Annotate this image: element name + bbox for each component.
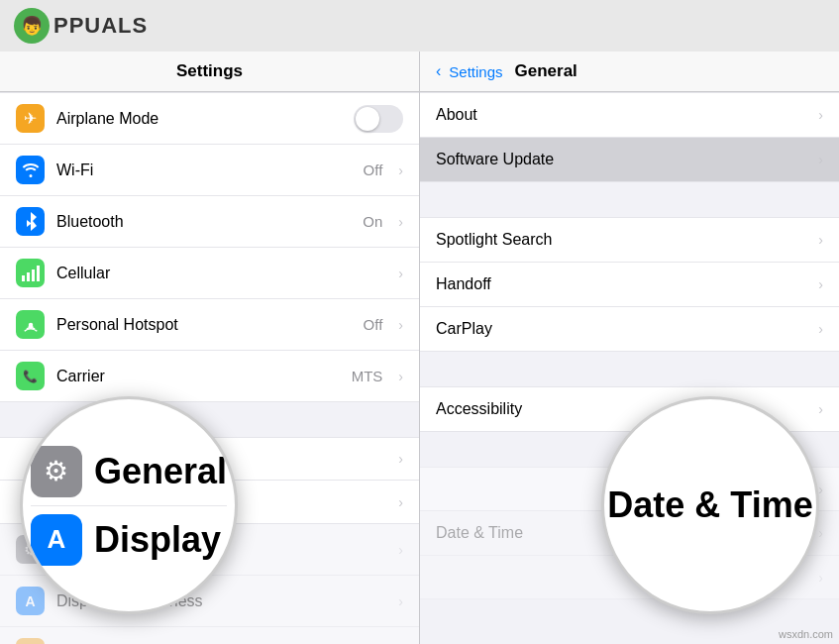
zoom-content-left: ⚙ General A Display xyxy=(20,446,238,566)
about-chevron: › xyxy=(818,107,823,123)
svg-rect-3 xyxy=(37,266,40,281)
logo-icon: 👦 xyxy=(14,8,50,44)
software-update-label: Software Update xyxy=(436,151,554,168)
settings-item-wifi[interactable]: Wi-Fi Off › xyxy=(0,145,419,196)
svg-rect-1 xyxy=(27,272,30,281)
airplane-toggle[interactable] xyxy=(354,105,403,133)
blank2-chevron: › xyxy=(398,494,403,510)
zoom-circle-left: ⚙ General A Display xyxy=(20,396,238,614)
wifi-icon xyxy=(16,156,45,184)
settings-item-cellular[interactable]: Cellular › xyxy=(0,248,419,299)
display-chevron: › xyxy=(398,593,403,609)
spotlight-chevron: › xyxy=(818,232,823,248)
zoom-datetime-label: Date & Time xyxy=(607,484,812,526)
right-panel-title: General xyxy=(515,61,577,81)
panel-right: ‹ Settings General About › Software Upda… xyxy=(420,52,839,644)
blank4-chevron: › xyxy=(818,570,823,586)
handoff-label: Handoff xyxy=(436,275,491,293)
logo-bar: 👦 PPUALS xyxy=(0,0,839,52)
cellular-label: Cellular xyxy=(56,265,386,282)
cellular-chevron: › xyxy=(398,266,403,281)
zoom-display-label: Display xyxy=(94,519,221,561)
bluetooth-icon xyxy=(16,207,45,236)
datetime-chevron: › xyxy=(818,525,823,541)
blank3-chevron: › xyxy=(818,482,823,497)
about-label: About xyxy=(436,106,477,124)
wifi-value: Off xyxy=(364,161,383,178)
zoom-general-label: General xyxy=(94,451,227,492)
panels: Settings ✈ Airplane Mode Wi-Fi xyxy=(0,52,839,644)
wifi-chevron: › xyxy=(398,162,403,178)
bluetooth-chevron: › xyxy=(398,214,403,230)
zoom-divider xyxy=(31,505,227,506)
general-item-carplay[interactable]: CarPlay › xyxy=(420,307,839,352)
general-item-about[interactable]: About › xyxy=(420,92,839,138)
airplane-icon: ✈ xyxy=(16,104,45,133)
settings-item-airplane[interactable]: ✈ Airplane Mode xyxy=(0,92,419,145)
watermark: wsxdn.com xyxy=(779,628,833,640)
accessibility-chevron: › xyxy=(818,401,823,417)
accessibility-label: Accessibility xyxy=(436,400,522,418)
back-label[interactable]: Settings xyxy=(449,63,502,80)
right-panel-header: ‹ Settings General xyxy=(420,52,839,92)
settings-item-sounds[interactable]: 🔔 Sounds › xyxy=(0,627,419,644)
airplane-label: Airplane Mode xyxy=(56,110,342,128)
svg-rect-0 xyxy=(22,275,25,281)
general-group-2: Spotlight Search › Handoff › CarPlay › xyxy=(420,217,839,352)
bluetooth-value: On xyxy=(363,213,382,230)
wifi-label: Wi-Fi xyxy=(56,161,352,179)
zoom-gear-icon: ⚙ xyxy=(31,446,82,497)
toggle-knob xyxy=(356,107,379,131)
back-arrow-icon: ‹ xyxy=(436,62,441,80)
left-panel-header: Settings xyxy=(0,52,419,92)
cellular-icon xyxy=(16,259,45,287)
software-update-chevron: › xyxy=(818,152,823,167)
carplay-label: CarPlay xyxy=(436,320,492,338)
general-settings-chevron: › xyxy=(398,542,403,558)
zoom-display-row: A Display xyxy=(31,514,221,566)
carrier-icon: 📞 xyxy=(16,362,45,390)
blank1-chevron: › xyxy=(398,451,403,467)
bluetooth-label: Bluetooth xyxy=(56,213,351,231)
sounds-icon: 🔔 xyxy=(16,638,45,644)
hotspot-label: Personal Hotspot xyxy=(56,316,352,334)
general-item-software-update[interactable]: Software Update › xyxy=(420,138,839,182)
svg-rect-2 xyxy=(32,269,35,281)
general-item-handoff[interactable]: Handoff › xyxy=(420,263,839,307)
general-item-spotlight[interactable]: Spotlight Search › xyxy=(420,217,839,263)
spotlight-label: Spotlight Search xyxy=(436,231,552,249)
section-gap-r2 xyxy=(420,352,839,386)
zoom-a-icon: A xyxy=(31,514,82,566)
general-group-1: About › Software Update › xyxy=(420,92,839,182)
carrier-label: Carrier xyxy=(56,368,340,385)
handoff-chevron: › xyxy=(818,276,823,292)
section-gap-r1 xyxy=(420,182,839,217)
settings-item-carrier[interactable]: 📞 Carrier MTS › xyxy=(0,351,419,402)
zoom-circle-right: Date & Time xyxy=(601,396,819,614)
carrier-chevron: › xyxy=(398,369,403,384)
settings-item-bluetooth[interactable]: Bluetooth On › xyxy=(0,196,419,248)
carrier-value: MTS xyxy=(352,368,383,384)
hotspot-value: Off xyxy=(364,316,383,333)
carplay-chevron: › xyxy=(818,321,823,337)
zoom-general-row: ⚙ General xyxy=(31,446,227,497)
datetime-label: Date & Time xyxy=(436,524,523,542)
panel-left: Settings ✈ Airplane Mode Wi-Fi xyxy=(0,52,420,644)
logo-text: PPUALS xyxy=(53,13,148,39)
hotspot-chevron: › xyxy=(398,317,403,333)
settings-group-1: ✈ Airplane Mode Wi-Fi Off › xyxy=(0,92,419,402)
hotspot-icon xyxy=(16,310,45,339)
settings-item-hotspot[interactable]: Personal Hotspot Off › xyxy=(0,299,419,351)
display-icon: A xyxy=(16,587,45,615)
